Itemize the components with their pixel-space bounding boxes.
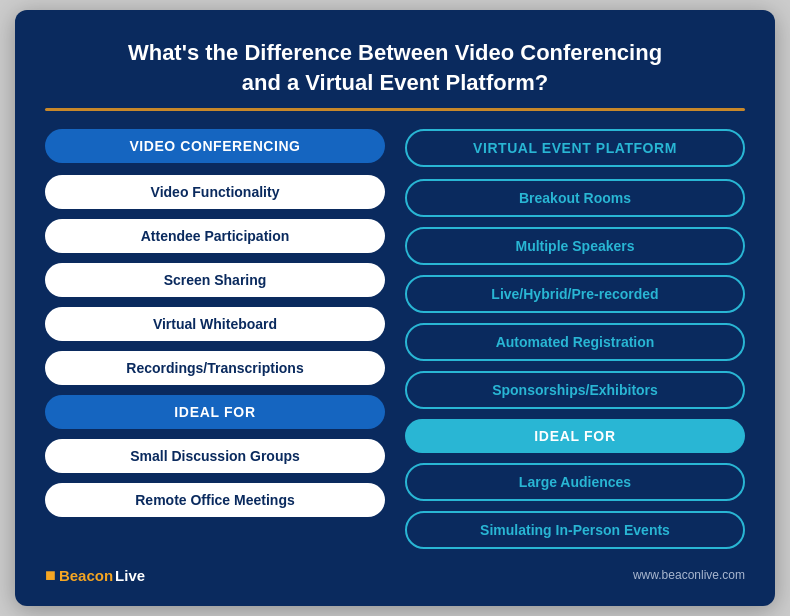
- right-column: VIRTUAL EVENT PLATFORM Breakout Rooms Mu…: [405, 129, 745, 549]
- card-title: What's the Difference Between Video Conf…: [45, 38, 745, 97]
- right-item-4: Automated Registration: [405, 323, 745, 361]
- left-column: VIDEO CONFERENCING Video Functionality A…: [45, 129, 385, 549]
- right-item-3: Live/Hybrid/Pre-recorded: [405, 275, 745, 313]
- title-divider: [45, 108, 745, 111]
- left-item-1: Video Functionality: [45, 175, 385, 209]
- left-ideal-header: IDEAL FOR: [45, 395, 385, 429]
- right-item-5: Sponsorships/Exhibitors: [405, 371, 745, 409]
- left-column-header: VIDEO CONFERENCING: [45, 129, 385, 163]
- logo-beacon-text: Beacon: [59, 567, 113, 584]
- left-item-4: Virtual Whiteboard: [45, 307, 385, 341]
- content-columns: VIDEO CONFERENCING Video Functionality A…: [45, 129, 745, 549]
- right-ideal-1: Large Audiences: [405, 463, 745, 501]
- left-item-2: Attendee Participation: [45, 219, 385, 253]
- left-ideal-1: Small Discussion Groups: [45, 439, 385, 473]
- brand-logo: ■ Beacon Live: [45, 565, 145, 586]
- right-column-header: VIRTUAL EVENT PLATFORM: [405, 129, 745, 167]
- logo-live-text: Live: [115, 567, 145, 584]
- card-footer: ■ Beacon Live www.beaconlive.com: [45, 565, 745, 586]
- right-ideal-2: Simulating In-Person Events: [405, 511, 745, 549]
- website-url: www.beaconlive.com: [633, 568, 745, 582]
- main-card: What's the Difference Between Video Conf…: [15, 10, 775, 605]
- right-item-2: Multiple Speakers: [405, 227, 745, 265]
- left-item-3: Screen Sharing: [45, 263, 385, 297]
- logo-dot: ■: [45, 565, 56, 586]
- right-ideal-header: IDEAL FOR: [405, 419, 745, 453]
- right-item-1: Breakout Rooms: [405, 179, 745, 217]
- left-item-5: Recordings/Transcriptions: [45, 351, 385, 385]
- left-ideal-2: Remote Office Meetings: [45, 483, 385, 517]
